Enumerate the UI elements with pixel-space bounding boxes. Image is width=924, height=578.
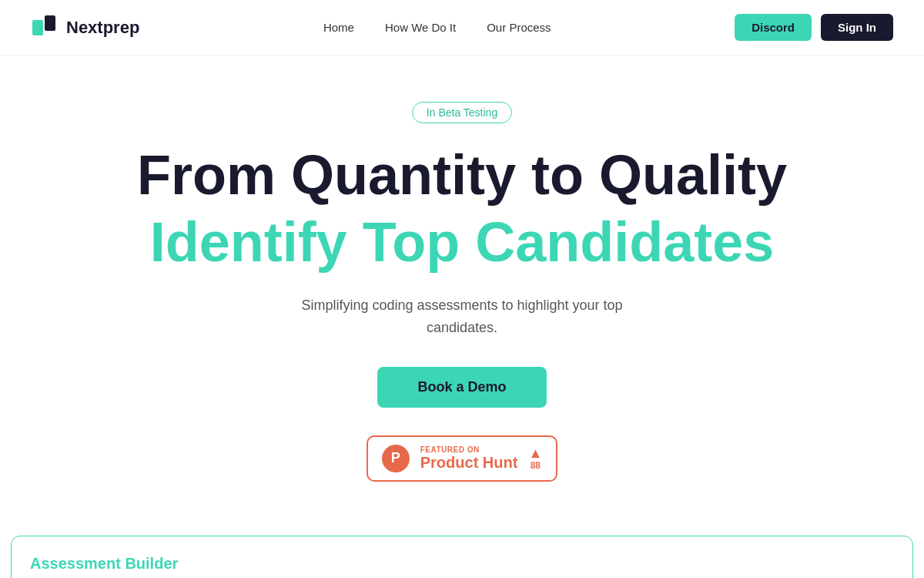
ph-name: Product Hunt bbox=[420, 454, 518, 472]
svg-rect-1 bbox=[45, 15, 55, 31]
ph-upvote: ▲ 88 bbox=[528, 446, 542, 471]
product-hunt-icon: P bbox=[382, 445, 410, 472]
nav-our-process[interactable]: Our Process bbox=[487, 21, 551, 34]
ph-featured-label: FEATURED ON bbox=[420, 445, 480, 454]
product-hunt-text: FEATURED ON Product Hunt bbox=[420, 445, 518, 472]
hero-section: In Beta Testing From Quantity to Quality… bbox=[0, 55, 924, 512]
ph-arrow-icon: ▲ bbox=[528, 446, 542, 460]
beta-badge: In Beta Testing bbox=[412, 102, 512, 123]
logo-icon bbox=[31, 14, 59, 42]
logo-area: Nextprep bbox=[31, 14, 139, 42]
book-demo-button[interactable]: Book a Demo bbox=[377, 367, 546, 408]
product-hunt-badge[interactable]: P FEATURED ON Product Hunt ▲ 88 bbox=[367, 435, 557, 482]
hero-title-line1: From Quantity to Quality bbox=[137, 145, 787, 206]
signin-button[interactable]: Sign In bbox=[821, 14, 893, 41]
navbar: Nextprep Home How We Do It Our Process D… bbox=[0, 0, 924, 55]
hero-title-line2: Identify Top Candidates bbox=[150, 212, 775, 273]
nav-home[interactable]: Home bbox=[323, 21, 354, 34]
assessment-builder-title: Assessment Builder bbox=[30, 555, 894, 573]
svg-rect-0 bbox=[32, 20, 43, 35]
hero-subtitle: Simplifying coding assessments to highli… bbox=[270, 294, 654, 339]
nav-how-we-do-it[interactable]: How We Do It bbox=[385, 21, 456, 34]
assessment-builder-section: Assessment Builder Assessment Settings bbox=[11, 536, 913, 578]
discord-button[interactable]: Discord bbox=[735, 14, 812, 41]
navbar-actions: Discord Sign In bbox=[735, 14, 893, 41]
logo-text: Nextprep bbox=[66, 18, 139, 38]
nav-links: Home How We Do It Our Process bbox=[323, 21, 551, 34]
ph-upvote-count: 88 bbox=[531, 460, 541, 471]
